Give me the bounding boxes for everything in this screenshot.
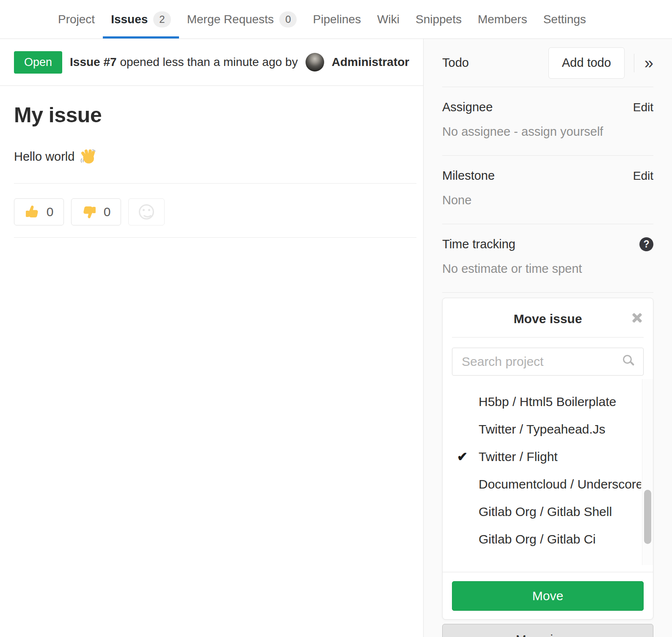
project-option[interactable]: H5bp / Html5 Boilerplate <box>443 388 641 415</box>
merge-requests-count-badge: 0 <box>279 11 297 27</box>
todo-section: Todo Add todo » <box>442 39 653 87</box>
move-issue-panel-footer: Move <box>443 572 653 619</box>
tab-pipelines[interactable]: Pipelines <box>305 0 369 38</box>
milestone-section: Milestone Edit None <box>442 156 653 224</box>
issue-reference: Issue #7 <box>70 55 117 69</box>
move-issue-panel-title: Move issue <box>514 312 582 326</box>
search-project-input[interactable] <box>452 348 644 376</box>
assignee-section: Assignee Edit No assignee - assign yours… <box>442 87 653 156</box>
assignee-label: Assignee <box>442 100 493 114</box>
add-todo-button[interactable]: Add todo <box>548 47 625 79</box>
tab-issues[interactable]: Issues2 <box>103 0 179 38</box>
move-issue-button[interactable]: Move issue <box>442 624 653 637</box>
project-name: Twitter / Typeahead.Js <box>479 422 606 436</box>
tab-label: Snippets <box>416 13 462 26</box>
author-name[interactable]: Administrator <box>332 55 410 69</box>
add-reaction-button[interactable] <box>128 198 165 225</box>
project-option[interactable]: Gitlab Org / Gitlab Ci <box>443 525 641 553</box>
assign-yourself-link[interactable]: assign yourself <box>521 125 603 138</box>
issue-meta-text: Issue #7 opened less than a minute ago b… <box>70 55 298 69</box>
check-icon: ✔ <box>457 443 468 470</box>
thumbs-up-count: 0 <box>47 205 54 219</box>
status-badge: Open <box>14 51 62 74</box>
issue-sidebar: Todo Add todo » Assignee Edit No assigne… <box>424 39 672 637</box>
smiley-icon <box>139 204 154 220</box>
move-issue-panel-header: Move issue <box>452 298 644 338</box>
tab-label: Issues <box>111 13 148 26</box>
tab-label: Pipelines <box>313 13 361 26</box>
author-avatar[interactable] <box>306 53 324 71</box>
tab-label: Project <box>58 13 95 26</box>
issue-main: Open Issue #7 opened less than a minute … <box>0 39 424 637</box>
todo-label: Todo <box>442 56 469 70</box>
search-icon <box>623 355 632 364</box>
project-name: Gitlab Org / Gitlab Ci <box>479 532 596 546</box>
tab-wiki[interactable]: Wiki <box>369 0 408 38</box>
thumbs-down-icon <box>82 204 97 220</box>
milestone-label: Milestone <box>442 169 495 183</box>
thumbs-up-icon <box>25 204 40 220</box>
tab-snippets[interactable]: Snippets <box>408 0 470 38</box>
tab-merge-requests[interactable]: Merge Requests0 <box>179 0 305 38</box>
milestone-value: None <box>442 193 653 207</box>
time-tracking-section: Time tracking ? No estimate or time spen… <box>442 224 653 293</box>
top-nav: Project Issues2 Merge Requests0 Pipeline… <box>0 0 672 39</box>
issue-opened-text: opened less than a minute ago by <box>120 55 297 69</box>
project-option[interactable]: Documentcloud / Underscore <box>443 470 641 498</box>
project-option[interactable]: Twitter / Typeahead.Js <box>443 415 641 443</box>
tab-label: Members <box>478 13 527 26</box>
waving-hand-icon <box>80 148 97 165</box>
scrollbar-thumb[interactable] <box>644 490 651 544</box>
issue-status-bar: Open Issue #7 opened less than a minute … <box>0 39 423 86</box>
thumbs-down-button[interactable]: 0 <box>71 198 121 225</box>
issue-title: My issue <box>14 103 423 127</box>
issue-description: Hello world <box>14 148 423 165</box>
project-name: H5bp / Html5 Boilerplate <box>479 395 616 409</box>
time-tracking-label: Time tracking <box>442 237 515 251</box>
award-emoji-row: 0 0 <box>14 198 423 225</box>
project-option-selected[interactable]: ✔Twitter / Flight <box>443 443 641 470</box>
help-icon[interactable]: ? <box>639 237 653 251</box>
project-name: Twitter / Flight <box>479 450 558 464</box>
tab-label: Merge Requests <box>187 13 274 26</box>
issue-body-text: Hello world <box>14 150 74 164</box>
sidebar-collapse-icon[interactable]: » <box>644 55 653 71</box>
project-search <box>452 348 644 376</box>
issues-count-badge: 2 <box>153 11 171 27</box>
assignee-edit-link[interactable]: Edit <box>633 101 653 114</box>
thumbs-down-count: 0 <box>104 205 111 219</box>
project-option[interactable]: Gitlab Org / Gitlab Shell <box>443 498 641 525</box>
tab-members[interactable]: Members <box>470 0 535 38</box>
divider <box>14 183 416 184</box>
tab-project[interactable]: Project <box>50 0 103 38</box>
time-tracking-value: No estimate or time spent <box>442 262 653 276</box>
tab-settings[interactable]: Settings <box>535 0 594 38</box>
milestone-edit-link[interactable]: Edit <box>633 169 653 183</box>
tab-label: Wiki <box>377 13 399 26</box>
move-issue-panel: Move issue H5bp / Html5 Boilerplate Twit… <box>442 298 653 620</box>
divider <box>14 237 416 238</box>
vertical-divider <box>634 54 634 72</box>
project-name: Documentcloud / Underscore <box>479 477 641 491</box>
tab-label: Settings <box>543 13 586 26</box>
close-icon[interactable] <box>630 311 644 324</box>
move-button[interactable]: Move <box>452 581 644 611</box>
project-name: Gitlab Org / Gitlab Shell <box>479 505 612 519</box>
project-list: H5bp / Html5 Boilerplate Twitter / Typea… <box>443 379 653 565</box>
assignee-value: No assignee - assign yourself <box>442 125 653 139</box>
no-assignee-text: No assignee - <box>442 125 521 138</box>
thumbs-up-button[interactable]: 0 <box>14 198 64 225</box>
